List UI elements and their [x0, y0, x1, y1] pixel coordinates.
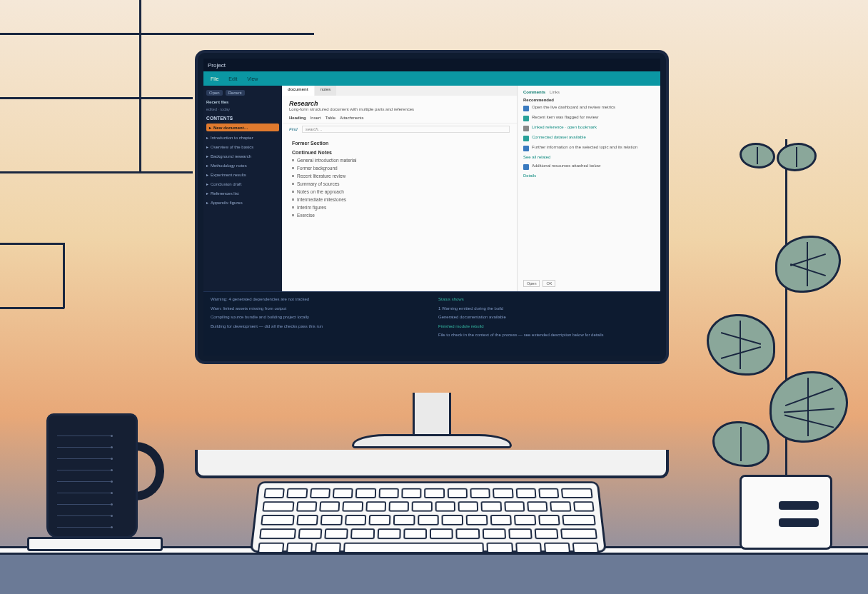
sidebar: Open Recent Recent files edited · today …: [203, 86, 282, 291]
sidebar-item[interactable]: ▸Appendix figures: [206, 199, 279, 206]
list-item: General introduction material: [292, 158, 507, 163]
panel-ok-button[interactable]: OK: [542, 280, 555, 287]
terminal-line: Building for development — did all the c…: [211, 323, 425, 331]
monitor-base: [352, 434, 512, 448]
potted-plant: [697, 121, 854, 550]
terminal-line: File to check in the context of the proc…: [438, 332, 653, 339]
editor-tabbar: document notes: [282, 86, 517, 96]
list-item: Exercise: [292, 213, 507, 218]
panel-header: Recommended: [523, 98, 655, 102]
panel-item[interactable]: Further information on the selected topi…: [523, 144, 655, 152]
terminal-line: Generated documentation available: [438, 314, 653, 321]
sidebar-item[interactable]: ▸Overview of the basics: [206, 144, 279, 150]
sidebar-tab-recent[interactable]: Recent: [226, 90, 245, 96]
info-icon: [523, 146, 529, 151]
search-label: Find: [289, 127, 298, 131]
attach-icon: [523, 164, 529, 170]
sidebar-item[interactable]: ▸Background research: [206, 153, 279, 159]
app-title: Project: [208, 62, 226, 69]
editor-tab-notes[interactable]: notes: [315, 86, 337, 96]
panel-item[interactable]: Additional resources attached below: [523, 163, 655, 171]
terminal-line: Warn: linked assets missing from output: [211, 306, 425, 313]
sidebar-recent-sub: edited · today: [206, 107, 279, 111]
folder-icon: ▸: [209, 125, 211, 130]
flag-icon: [523, 116, 529, 121]
terminal-line: Finished module rebuild: [438, 324, 484, 328]
sidebar-item[interactable]: ▸Introduction to chapter: [206, 134, 279, 141]
search-input[interactable]: search…: [302, 126, 510, 133]
terminal-line: Warning: 4 generated dependencies are no…: [211, 296, 425, 303]
panel-item[interactable]: Open the live dashboard and review metri…: [523, 104, 655, 112]
monitor-bezel: [195, 450, 669, 478]
ribbon-tab-file[interactable]: File: [211, 76, 218, 81]
section-heading: Continued Notes: [292, 150, 507, 155]
toolbar-attachments[interactable]: Attachments: [340, 116, 363, 120]
sidebar-item[interactable]: ▸Experiment results: [206, 171, 279, 178]
panel-open-button[interactable]: Open: [523, 280, 540, 287]
floor: [0, 555, 868, 594]
doc-title: Research: [289, 100, 510, 107]
coffee-mug: [46, 413, 161, 545]
terminal-line: Status shows: [438, 297, 464, 301]
section-heading: Former Section: [292, 141, 507, 146]
data-icon: [523, 136, 529, 141]
document-body[interactable]: Former Section Continued Notes General i…: [282, 135, 517, 222]
toolbar-insert[interactable]: Insert: [311, 116, 321, 120]
panel-item[interactable]: Recent item was flagged for review: [523, 114, 655, 122]
doc-icon: [523, 106, 529, 111]
list-item: Recent literature review: [292, 173, 507, 178]
sidebar-item-highlighted[interactable]: ▸ New document…: [206, 124, 279, 131]
monitor: Project File Edit View Open Recent Recen…: [195, 50, 669, 450]
ribbon-bar: File Edit View: [203, 71, 660, 86]
right-panel: Comments Links Recommended Open the live…: [518, 86, 660, 291]
doc-subtitle: Long-form structured document with multi…: [289, 107, 510, 111]
link-icon: [523, 126, 529, 131]
panel-item[interactable]: Connected dataset available: [523, 134, 655, 142]
toolbar-heading[interactable]: Heading: [289, 116, 306, 120]
ribbon-tab-view[interactable]: View: [247, 76, 258, 81]
panel-item[interactable]: Details: [523, 173, 655, 179]
terminal-line: 1 Warning emitted during the build: [438, 306, 653, 313]
terminal-panel[interactable]: Warning: 4 generated dependencies are no…: [203, 291, 660, 356]
panel-item[interactable]: Linked reference · open bookmark: [523, 124, 655, 132]
panel-tab-comments[interactable]: Comments: [523, 90, 545, 94]
list-item: Summary of sources: [292, 181, 507, 186]
sidebar-item[interactable]: ▸Conclusion draft: [206, 181, 279, 187]
panel-item[interactable]: See all related: [523, 154, 655, 161]
monitor-stand: [413, 393, 451, 436]
sidebar-item[interactable]: ▸References list: [206, 190, 279, 196]
sidebar-tab-open[interactable]: Open: [206, 90, 223, 96]
ribbon-tab-edit[interactable]: Edit: [228, 76, 237, 81]
editor-pane: document notes Research Long-form struct…: [282, 86, 518, 291]
editor-toolbar: Heading Insert Table Attachments: [282, 113, 517, 124]
sidebar-group-title: Contents: [206, 116, 279, 121]
list-item: Notes on the approach: [292, 189, 507, 194]
window-titlebar: Project: [203, 59, 660, 71]
sidebar-recent-label: Recent files: [206, 100, 279, 104]
list-item: Former background: [292, 166, 507, 171]
screen: Project File Edit View Open Recent Recen…: [203, 59, 660, 356]
keyboard: [250, 481, 607, 553]
sidebar-item[interactable]: ▸Methodology notes: [206, 162, 279, 168]
terminal-line: Compiling source bundle and building pro…: [211, 314, 425, 321]
toolbar-table[interactable]: Table: [326, 116, 335, 120]
list-item: Intermediate milestones: [292, 197, 507, 202]
panel-tab-links[interactable]: Links: [550, 90, 560, 94]
list-item: Interim figures: [292, 205, 507, 210]
editor-tab-document[interactable]: document: [282, 86, 314, 96]
